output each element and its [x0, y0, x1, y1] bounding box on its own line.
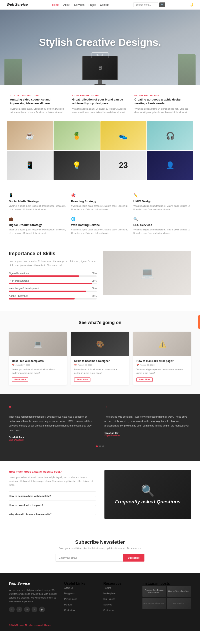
newsletter-email-input[interactable] [56, 554, 123, 562]
blog-content-3: How to make 404 error page? 📅 August 22,… [133, 356, 191, 385]
blog-img-icon-1: 💻 [34, 340, 42, 348]
blog-card-1: 💻 Best Free Web templates 📅 August 17, 2… [9, 332, 67, 385]
insta-item-4[interactable]: We work for... [167, 598, 191, 609]
insta-item-2[interactable]: How to Start when You... [167, 586, 191, 597]
footer-link-training[interactable]: Training [103, 587, 111, 589]
portfolio-item-number[interactable]: 23 [100, 151, 147, 180]
features-grid: 📱 Social Media Strategy Vivamus a ligula… [9, 193, 191, 235]
footer-link-about[interactable]: About Us [64, 587, 73, 589]
search-input[interactable] [134, 2, 158, 7]
skills-title: Importance of Skills [9, 251, 97, 256]
portfolio-item-shoes[interactable]: 👟 [100, 121, 147, 150]
search-button[interactable]: 🔍 [159, 2, 165, 7]
social-linkedin[interactable]: li [32, 606, 37, 612]
testimonial-2: " The service was excellent! I was very … [104, 405, 191, 441]
service-label-2: 02. BRANDING DESIGN [72, 94, 128, 96]
blog-meta-2: 📅 August 20, 2020 [74, 364, 126, 366]
feature-title-hosting: Web Hosting Service [71, 223, 129, 227]
skill-pct-figma: 80% [92, 272, 97, 274]
footer-link-blog[interactable]: Blog posts [64, 592, 75, 595]
footer-link-experts[interactable]: Our Experts [103, 598, 115, 600]
footer-link-contact[interactable]: Contact us [64, 609, 75, 612]
portrait-icon: 👤 [166, 161, 175, 170]
monitor-base [95, 84, 105, 85]
portfolio-item-bulb[interactable]: 💡 [54, 151, 100, 180]
features-section: 📱 Social Media Strategy Vivamus a ligula… [0, 186, 200, 242]
scroll-button[interactable]: Scroll [92, 52, 108, 58]
footer-instagram-col: Instagram posts Practice Safe Design. Al… [142, 582, 191, 614]
skill-figma: Figma Illustrations 80% [9, 272, 97, 277]
faq-question-2: How to download a template? [9, 504, 43, 506]
testimonial-role-1: Web Developer [9, 438, 96, 441]
nav-icon[interactable]: 🌙 [190, 3, 193, 6]
blog-card-2: 🎨 Skills to become a Designer 📅 August 2… [71, 332, 129, 385]
social-youtube[interactable]: ▶ [39, 606, 45, 612]
main-nav: Web Service Home About Services Pages Co… [0, 0, 200, 10]
portfolio-item-pineapple[interactable]: 🍍 [54, 121, 100, 150]
pineapple-icon: 🍍 [72, 132, 81, 140]
blog-date-icon-3: 📅 [136, 364, 139, 366]
feature-title-social: Social Media Strategy [9, 200, 67, 203]
skill-track-figma [9, 276, 97, 277]
dot-3[interactable] [102, 446, 104, 447]
social-instagram[interactable]: in [24, 606, 30, 612]
dot-2[interactable] [99, 446, 101, 447]
read-more-1[interactable]: Read More [12, 378, 28, 382]
footer-link-pricing[interactable]: Pricing plans [64, 598, 77, 600]
blog-date-1: August 17, 2020 [15, 364, 30, 366]
blog-img-icon-3: ⚠️ [158, 340, 166, 348]
feature-desc-seo: Vivamus a ligula quam tesque et. Mauris … [133, 228, 191, 235]
nav-about[interactable]: About [63, 3, 70, 6]
nav-contact[interactable]: Contact [100, 3, 109, 6]
footer-link-customers[interactable]: Customers [103, 609, 114, 612]
blog-section: See what's going on 💻 Best Free Web temp… [0, 311, 200, 394]
footer-grid: Web Service We are real pros at digital … [9, 582, 191, 614]
insta-item-3[interactable]: How to Start when You... [142, 598, 166, 609]
nav-services[interactable]: Services [74, 3, 85, 6]
faq-item-3[interactable]: Why should I choose a free website? › [9, 510, 96, 519]
faq-item-2[interactable]: How to download a template? › [9, 500, 96, 510]
quote-icon-2: " [104, 405, 191, 412]
nav-pages[interactable]: Pages [89, 3, 96, 6]
skill-name-photoshop: Adobe Photoshop [9, 294, 28, 297]
dot-1[interactable] [96, 446, 98, 447]
testimonial-1: " They have responded immediately whenev… [9, 405, 96, 441]
faq-left-panel: How much does a static website cost? Lor… [9, 470, 96, 519]
feature-desc-social: Vivamus a ligula quam tesque et. Mauris … [9, 204, 67, 212]
newsletter-desc: Enter your email & receive the latest ne… [9, 547, 191, 550]
testimonial-author-1: Scarlett Jack [9, 436, 96, 438]
service-title-1: Amazing video sequence and impressing id… [10, 98, 66, 106]
faq-question-1: How to design a best web template? [9, 495, 51, 497]
footer-link-marketplace[interactable]: Marketplace [103, 592, 115, 595]
insta-caption-1: Practice Safe Design. Always Use... [142, 588, 166, 594]
footer-instagram-heading: Instagram posts [142, 582, 191, 586]
blog-content-2: Skills to become a Designer 📅 August 20,… [71, 356, 129, 385]
insta-caption-4: We work for... [173, 602, 185, 604]
footer-link-services[interactable]: Services [103, 604, 112, 606]
read-more-3[interactable]: Read More [136, 378, 153, 382]
social-twitter[interactable]: t [16, 606, 22, 612]
ux-icon: ✏️ [133, 193, 191, 198]
insta-item-1[interactable]: Practice Safe Design. Always Use... [142, 586, 166, 597]
subscribe-button[interactable]: Subscribe [123, 554, 144, 562]
faq-active-question: How much does a static website cost? [9, 470, 96, 473]
portfolio-item-headphones[interactable]: 🎧 [147, 121, 193, 150]
portfolio-item-portrait[interactable]: 👤 [147, 151, 193, 180]
faq-item-1[interactable]: How to design a best web template? › [9, 491, 96, 500]
portfolio-item-phone[interactable]: 📱 [7, 151, 53, 180]
blog-title-1: Best Free Web templates [12, 360, 64, 362]
social-facebook[interactable]: f [9, 606, 15, 612]
service-label-1: 01. VIDEO PRODUCTIONS [10, 94, 66, 96]
portfolio-item-coffee[interactable]: ☕ [7, 121, 53, 150]
footer-resources-heading: Resources [103, 582, 136, 586]
nav-home[interactable]: Home [52, 3, 59, 6]
skill-name-php: PHP programming [9, 280, 29, 282]
footer-link-portfolio[interactable]: Portfolio [64, 604, 73, 606]
feature-title-seo: SEO Services [133, 223, 191, 227]
footer-about-col: Web Service We are real pros at digital … [9, 582, 58, 614]
monitor-stand [98, 80, 102, 84]
shoes-icon: 👟 [119, 132, 128, 140]
read-more-2[interactable]: Read More [74, 378, 91, 382]
scroll-indicator[interactable] [198, 315, 200, 329]
coffee-icon: ☕ [25, 132, 34, 140]
